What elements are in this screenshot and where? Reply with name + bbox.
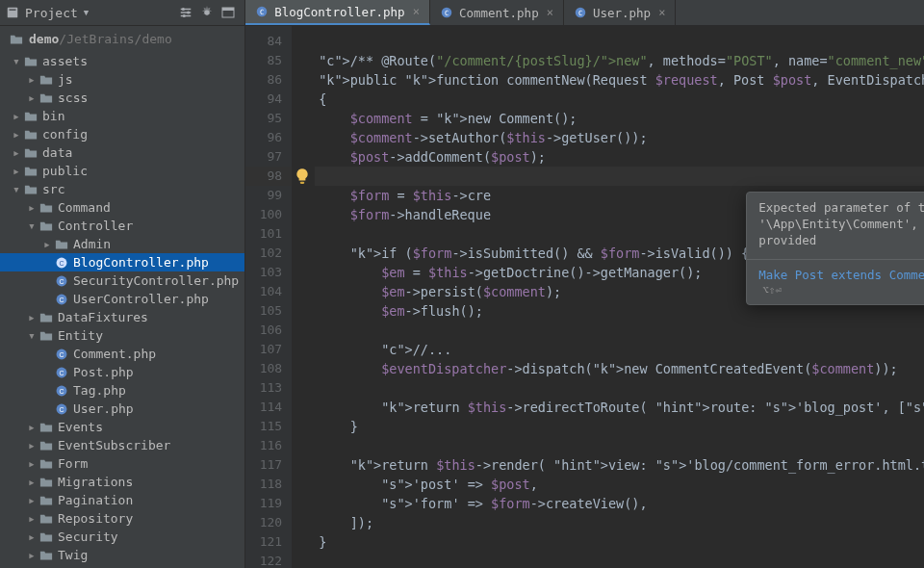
folder-item[interactable]: ▸public	[0, 162, 244, 180]
tree-twisty[interactable]: ▸	[25, 72, 38, 87]
folder-item[interactable]: ▾Entity	[0, 326, 244, 345]
tree-twisty[interactable]: ▾	[10, 54, 23, 68]
line-number: 97	[245, 147, 292, 167]
tree-label: UserController.php	[73, 292, 209, 306]
code-line[interactable]: "k">public "k">function commentNew(Reque…	[315, 70, 924, 90]
file-item[interactable]: CPost.php	[0, 363, 244, 381]
code-line[interactable]: "s">'post' => $post,	[315, 475, 924, 494]
file-item[interactable]: CSecurityController.php	[0, 271, 244, 290]
tree-twisty[interactable]: ▸	[10, 127, 23, 142]
folder-icon	[38, 328, 54, 344]
folder-item[interactable]: ▸DataFixtures	[0, 308, 244, 326]
file-item[interactable]: CUserController.php	[0, 290, 244, 308]
code-line[interactable]	[315, 552, 924, 568]
tree-label: Pagination	[58, 493, 133, 507]
tree-twisty[interactable]: ▾	[25, 328, 38, 343]
code-line[interactable]: {	[315, 90, 924, 109]
gear-icon[interactable]	[196, 2, 218, 23]
code-line[interactable]: $comment = "k">new Comment();	[315, 109, 924, 128]
file-item[interactable]: CTag.php	[0, 381, 244, 400]
code-line[interactable]: "k">return $this->render( "hint">view: "…	[315, 455, 924, 475]
code-line[interactable]	[315, 167, 924, 186]
folder-item[interactable]: ▸Twig	[0, 546, 244, 564]
line-number: 106	[245, 321, 292, 340]
tree-twisty[interactable]: ▸	[10, 164, 23, 178]
tree-twisty[interactable]: ▾	[25, 219, 38, 233]
tree-twisty[interactable]: ▸	[10, 145, 23, 160]
close-icon[interactable]: ×	[413, 5, 420, 18]
breadcrumb-root: demo	[29, 32, 59, 46]
code-line[interactable]: }	[315, 532, 924, 552]
editor-tab[interactable]: CUser.php×	[564, 0, 676, 25]
tree-twisty[interactable]: ▸	[25, 438, 38, 452]
settings-sliders-icon[interactable]	[175, 2, 196, 23]
folder-item[interactable]: ▾assets	[0, 52, 244, 70]
code-line[interactable]: ]);	[315, 513, 924, 532]
folder-icon	[38, 511, 54, 527]
tree-twisty[interactable]: ▸	[25, 493, 38, 507]
line-number: 103	[245, 263, 292, 282]
code-line[interactable]	[315, 436, 924, 455]
tree-twisty[interactable]: ▸	[25, 90, 38, 105]
folder-item[interactable]: ▾src	[0, 180, 244, 198]
tree-twisty[interactable]: ▸	[25, 475, 38, 489]
folder-item[interactable]: ▸Command	[0, 198, 244, 217]
folder-item[interactable]: ▸Events	[0, 418, 244, 436]
code-line[interactable]: $eventDispatcher->dispatch("k">new Comme…	[315, 359, 924, 378]
tree-twisty[interactable]: ▸	[25, 310, 38, 324]
folder-item[interactable]: ▸data	[0, 143, 244, 162]
svg-text:C: C	[59, 350, 64, 357]
code-line[interactable]: }	[315, 417, 924, 436]
file-item[interactable]: CComment.php	[0, 345, 244, 363]
folder-item[interactable]: ▸Migrations	[0, 473, 244, 491]
tree-twisty[interactable]: ▸	[25, 529, 38, 544]
tree-twisty[interactable]: ▸	[25, 511, 38, 526]
tree-twisty[interactable]: ▸	[25, 548, 38, 562]
tree-twisty[interactable]: ▸	[40, 237, 54, 251]
code-line[interactable]: "c">//...	[315, 340, 924, 359]
close-icon[interactable]: ×	[658, 6, 665, 19]
project-tree[interactable]: ▾assets▸js▸scss▸bin▸config▸data▸public▾s…	[0, 52, 244, 568]
code-line[interactable]: "k">return $this->redirectToRoute( "hint…	[315, 398, 924, 417]
breadcrumb[interactable]: demo/JetBrains/demo	[0, 26, 244, 52]
code-line[interactable]	[315, 321, 924, 340]
folder-item[interactable]: ▾Controller	[0, 217, 244, 235]
chevron-down-icon[interactable]: ▼	[84, 8, 89, 17]
lightbulb-icon[interactable]	[294, 168, 311, 185]
editor-tab[interactable]: CBlogController.php×	[245, 0, 430, 25]
hide-icon[interactable]	[218, 2, 239, 23]
folder-item[interactable]: ▸EventSubscriber	[0, 436, 244, 454]
line-number: 96	[245, 128, 292, 147]
tree-twisty[interactable]: ▸	[25, 200, 38, 215]
code-line[interactable]: $comment->setAuthor($this->getUser());	[315, 128, 924, 147]
folder-item[interactable]: ▸Admin	[0, 235, 244, 253]
quickfix-link[interactable]: Make Post extends Comment	[758, 268, 924, 282]
folder-item[interactable]: ▸Repository	[0, 509, 244, 528]
editor-tabs[interactable]: CBlogController.php×CComment.php×CUser.p…	[245, 0, 924, 26]
folder-item[interactable]: ▸js	[0, 70, 244, 89]
php-file-icon: C	[54, 347, 69, 362]
code-line[interactable]: "s">'form' => $form->createView(),	[315, 494, 924, 513]
tree-twisty[interactable]: ▸	[10, 109, 23, 123]
folder-item[interactable]: ▸Security	[0, 528, 244, 546]
folder-item[interactable]: ▸Pagination	[0, 491, 244, 509]
folder-item[interactable]: ▸bin	[0, 107, 244, 125]
code-line[interactable]	[315, 32, 924, 51]
line-gutter: 8485869495969798991001011021031041051061…	[245, 26, 292, 568]
tree-twisty[interactable]: ▾	[10, 182, 23, 196]
tree-twisty[interactable]: ▸	[25, 420, 38, 434]
close-icon[interactable]: ×	[547, 6, 553, 19]
code-line[interactable]: $post->addComment($post);	[315, 147, 924, 167]
tree-twisty[interactable]: ▸	[25, 456, 38, 471]
code-area[interactable]: 8485869495969798991001011021031041051061…	[245, 26, 924, 568]
code-line[interactable]	[315, 378, 924, 398]
folder-item[interactable]: ▸scss	[0, 89, 244, 107]
code-line[interactable]: "c">/** @Route("/comment/{postSlug}/">ne…	[315, 51, 924, 70]
folder-item[interactable]: ▸Form	[0, 454, 244, 473]
line-number: 121	[245, 532, 292, 552]
file-item[interactable]: CBlogController.php	[0, 253, 244, 271]
sidebar-title: Project	[25, 6, 78, 20]
editor-tab[interactable]: CComment.php×	[430, 0, 564, 25]
folder-item[interactable]: ▸config	[0, 125, 244, 143]
file-item[interactable]: CUser.php	[0, 400, 244, 418]
